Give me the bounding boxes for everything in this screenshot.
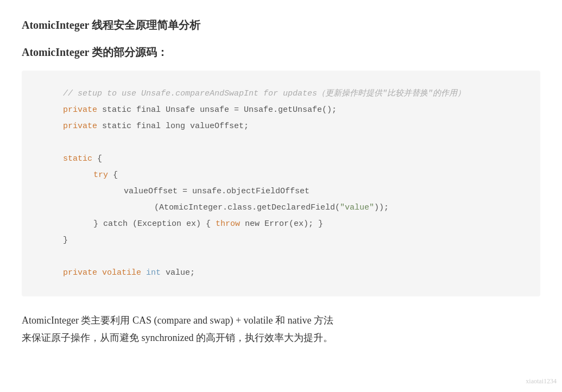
keyword-private-3: private xyxy=(63,268,97,277)
keyword-private-2: private xyxy=(63,122,97,131)
closing-try-brace: } xyxy=(63,236,68,245)
getdeclared-post: )); xyxy=(374,203,389,212)
code-blank-1 xyxy=(43,135,519,151)
code-volatile-line: private volatile int value; xyxy=(43,265,519,281)
space-2 xyxy=(141,268,146,277)
static-brace: { xyxy=(92,154,102,163)
code-catch-line: } catch (Exception ex) { throw new Error… xyxy=(43,216,519,232)
keyword-throw: throw xyxy=(216,219,240,229)
string-value: "value" xyxy=(340,203,374,212)
code-blank-2 xyxy=(43,249,519,265)
catch-pre: } catch (Exception ex) { xyxy=(93,219,216,229)
code-line-2: private static final long valueOffset; xyxy=(43,118,519,135)
code-closing-try: } xyxy=(43,232,519,249)
getdeclared-pre: (AtomicInteger.class.getDeclaredField( xyxy=(154,203,340,212)
code-block: // setup to use Unsafe.compareAndSwapInt… xyxy=(22,71,540,296)
code-comment: // setup to use Unsafe.compareAndSwapInt… xyxy=(43,86,519,102)
volatile-var: value; xyxy=(161,268,195,277)
section-subtitle: AtomicInteger 类的部分源码： xyxy=(22,43,540,61)
keyword-try: try xyxy=(93,170,108,180)
try-brace: { xyxy=(108,170,118,180)
code-try-line: try { xyxy=(43,167,519,184)
code-getdeclared-line: (AtomicInteger.class.getDeclaredField("v… xyxy=(43,200,519,216)
valueoffset-text: valueOffset = unsafe.objectFieldOffset xyxy=(124,187,310,196)
code-line-1: private static final Unsafe unsafe = Uns… xyxy=(43,102,519,118)
keyword-private-1: private xyxy=(63,105,97,115)
page-container: AtomicInteger 线程安全原理简单分析 AtomicInteger 类… xyxy=(22,16,540,347)
code-line-1-rest: static final Unsafe unsafe = Unsafe.getU… xyxy=(97,105,337,115)
bottom-text-line1: AtomicInteger 类主要利用 CAS (compare and swa… xyxy=(22,312,540,329)
page-title: AtomicInteger 线程安全原理简单分析 xyxy=(22,16,540,34)
space-1 xyxy=(97,268,102,277)
bottom-text-line2: 来保证原子操作，从而避免 synchronized 的高开销，执行效率大为提升。 xyxy=(22,329,540,346)
bottom-text-container: AtomicInteger 类主要利用 CAS (compare and swa… xyxy=(22,312,540,347)
code-valueoffset-line: valueOffset = unsafe.objectFieldOffset xyxy=(43,184,519,200)
type-int: int xyxy=(146,268,161,277)
keyword-volatile: volatile xyxy=(102,268,141,277)
keyword-static: static xyxy=(63,154,92,163)
catch-post: new Error(ex); } xyxy=(240,219,323,229)
code-static-line: static { xyxy=(43,151,519,167)
watermark: xiaotai1234 xyxy=(526,376,557,387)
code-line-2-rest: static final long valueOffset; xyxy=(97,122,249,131)
